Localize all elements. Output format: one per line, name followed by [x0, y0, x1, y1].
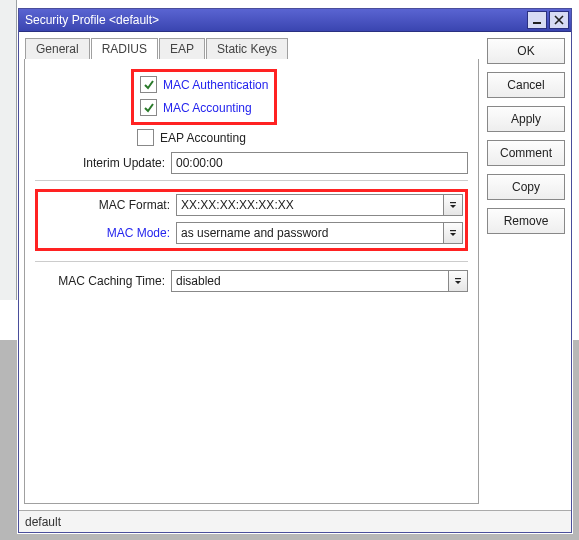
tab-strip: General RADIUS EAP Static Keys [25, 38, 479, 61]
highlight-checks: MAC Authentication MAC Accounting [131, 69, 277, 125]
mac-mode-label: MAC Mode: [40, 226, 176, 240]
mac-caching-time-dropdown-button[interactable] [449, 270, 468, 292]
copy-button[interactable]: Copy [487, 174, 565, 200]
mac-format-dropdown-button[interactable] [444, 194, 463, 216]
svg-rect-1 [450, 202, 456, 203]
right-button-column: OK Cancel Apply Comment Copy Remove [487, 38, 565, 234]
separator [35, 180, 468, 181]
comment-button[interactable]: Comment [487, 140, 565, 166]
mac-format-select[interactable]: XX:XX:XX:XX:XX:XX [176, 194, 444, 216]
cancel-button[interactable]: Cancel [487, 72, 565, 98]
mac-authentication-label: MAC Authentication [163, 78, 268, 92]
ok-button[interactable]: OK [487, 38, 565, 64]
mac-format-label: MAC Format: [40, 198, 176, 212]
svg-rect-0 [533, 22, 541, 24]
svg-rect-2 [450, 230, 456, 231]
highlight-mac-rows: MAC Format: XX:XX:XX:XX:XX:XX MAC Mode: … [35, 189, 468, 251]
chevron-down-icon [453, 276, 463, 286]
security-profile-window: Security Profile <default> General RADIU… [18, 8, 572, 533]
mac-authentication-checkbox[interactable] [140, 76, 157, 93]
titlebar[interactable]: Security Profile <default> [19, 9, 571, 32]
window-close-button[interactable] [549, 11, 569, 29]
tab-static-keys[interactable]: Static Keys [206, 38, 288, 61]
window-minimize-button[interactable] [527, 11, 547, 29]
remove-button[interactable]: Remove [487, 208, 565, 234]
status-text: default [25, 515, 61, 529]
eap-accounting-checkbox[interactable] [137, 129, 154, 146]
chevron-down-icon [448, 228, 458, 238]
mac-mode-select[interactable]: as username and password [176, 222, 444, 244]
status-bar: default [19, 510, 571, 532]
eap-accounting-label: EAP Accounting [160, 131, 246, 145]
interim-update-input[interactable]: 00:00:00 [171, 152, 468, 174]
tab-general[interactable]: General [25, 38, 90, 61]
svg-rect-3 [455, 278, 461, 279]
separator [35, 261, 468, 262]
titlebar-text: Security Profile <default> [25, 13, 527, 27]
mac-caching-time-select[interactable]: disabled [171, 270, 449, 292]
window-client: General RADIUS EAP Static Keys MAC Authe… [19, 32, 571, 510]
interim-update-label: Interim Update: [35, 156, 171, 170]
tab-eap[interactable]: EAP [159, 38, 205, 61]
mac-accounting-checkbox[interactable] [140, 99, 157, 116]
mac-mode-dropdown-button[interactable] [444, 222, 463, 244]
mac-caching-time-label: MAC Caching Time: [35, 274, 171, 288]
tab-body-radius: MAC Authentication MAC Accounting EAP Ac… [24, 59, 479, 504]
mac-accounting-label: MAC Accounting [163, 101, 252, 115]
chevron-down-icon [448, 200, 458, 210]
apply-button[interactable]: Apply [487, 106, 565, 132]
